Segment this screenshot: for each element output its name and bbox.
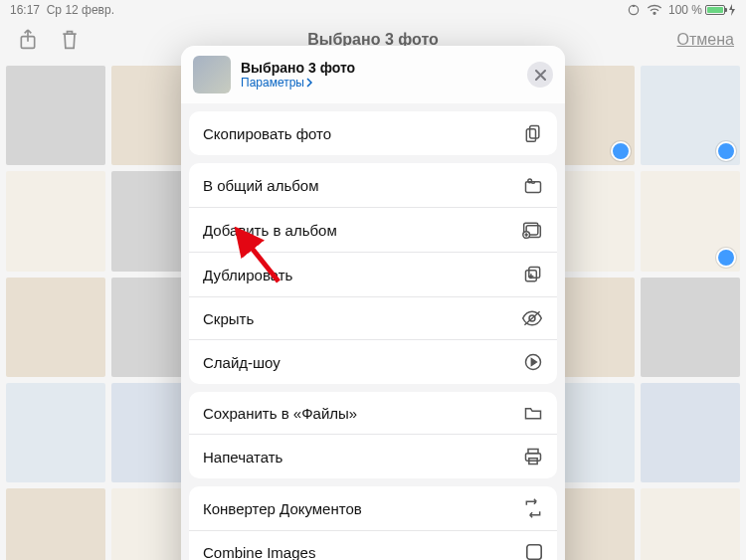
action-add-to-album[interactable]: Добавить в альбом — [189, 207, 557, 252]
action-group-apps: Конвертер Документов Combine Images File… — [189, 486, 557, 560]
action-combine-images[interactable]: Combine Images — [189, 530, 557, 560]
printer-icon — [523, 447, 543, 467]
action-duplicate[interactable]: Дублировать — [189, 252, 557, 296]
add-album-icon — [521, 220, 543, 240]
play-circle-icon — [523, 352, 543, 372]
action-copy-photo[interactable]: Скопировать фото — [189, 111, 557, 155]
action-print[interactable]: Напечатать — [189, 434, 557, 478]
sheet-title: Выбрано 3 фото — [241, 60, 517, 76]
action-group-copy: Скопировать фото — [189, 111, 557, 155]
svg-rect-17 — [527, 545, 541, 559]
action-group-album: В общий альбом Добавить в альбом Дублиро… — [189, 163, 557, 384]
action-convert-documents[interactable]: Конвертер Документов — [189, 486, 557, 530]
action-shared-album[interactable]: В общий альбом — [189, 163, 557, 207]
svg-rect-4 — [526, 129, 535, 142]
action-hide[interactable]: Скрыть — [189, 296, 557, 339]
svg-rect-15 — [526, 454, 541, 462]
svg-rect-3 — [530, 126, 539, 139]
eye-slash-icon — [521, 309, 543, 327]
convert-icon — [523, 498, 543, 518]
square-icon — [525, 543, 543, 560]
action-group-output: Сохранить в «Файлы» Напечатать — [189, 392, 557, 478]
folder-icon — [523, 404, 543, 422]
action-slideshow[interactable]: Слайд-шоу — [189, 339, 557, 384]
share-sheet: Выбрано 3 фото Параметры Скопировать фот… — [181, 46, 565, 560]
close-icon — [535, 70, 546, 81]
options-link[interactable]: Параметры — [241, 76, 517, 90]
sheet-thumbnail — [193, 56, 231, 93]
shared-album-icon — [523, 175, 543, 195]
action-save-to-files[interactable]: Сохранить в «Файлы» — [189, 392, 557, 434]
copy-icon — [523, 123, 543, 143]
duplicate-icon — [523, 265, 543, 284]
close-button[interactable] — [527, 62, 553, 88]
sheet-header: Выбрано 3 фото Параметры — [181, 46, 565, 103]
chevron-right-icon — [306, 78, 313, 88]
